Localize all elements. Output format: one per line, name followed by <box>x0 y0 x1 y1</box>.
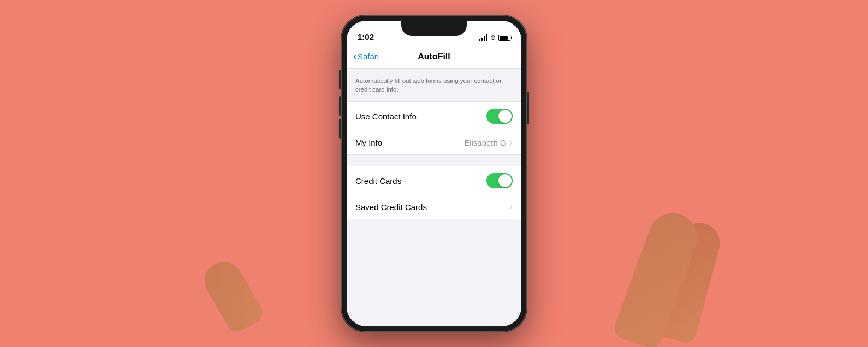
saved-cards-right: › <box>510 202 513 212</box>
my-info-right: Elisabeth G › <box>464 137 513 147</box>
saved-credit-cards-row[interactable]: Saved Credit Cards › <box>347 195 521 219</box>
signal-icon <box>479 34 488 41</box>
battery-icon <box>498 35 510 41</box>
credit-cards-list-group: Credit Cards Saved Credit Cards › <box>347 166 521 219</box>
contact-section: Use Contact Info My Info Elisabeth G › <box>347 101 521 155</box>
my-info-chevron-icon: › <box>510 137 513 147</box>
back-chevron-icon: ‹ <box>353 51 356 61</box>
credit-cards-label: Credit Cards <box>355 176 401 186</box>
page-title: AutoFill <box>418 52 450 62</box>
credit-cards-row[interactable]: Credit Cards <box>347 166 521 195</box>
status-icons: ⊙ <box>479 34 511 41</box>
status-time: 1:02 <box>358 32 374 41</box>
back-button[interactable]: ‹ Safari <box>353 52 379 61</box>
use-contact-info-row[interactable]: Use Contact Info <box>347 102 521 130</box>
credit-cards-section: Credit Cards Saved Credit Cards › <box>347 166 521 219</box>
use-contact-info-label: Use Contact Info <box>355 112 417 121</box>
my-info-label: My Info <box>355 138 382 147</box>
content-area: Automatically fill out web forms using y… <box>347 69 521 326</box>
saved-cards-chevron-icon: › <box>510 202 513 212</box>
notch <box>401 21 467 36</box>
back-label: Safari <box>358 52 379 61</box>
credit-cards-toggle[interactable] <box>486 173 513 188</box>
description-text: Automatically fill out web forms using y… <box>347 69 521 101</box>
wifi-icon: ⊙ <box>490 34 496 41</box>
phone: 1:02 ⊙ ‹ Saf <box>341 15 527 332</box>
my-info-value: Elisabeth G <box>464 138 507 147</box>
use-contact-info-toggle[interactable] <box>486 109 513 124</box>
phone-screen: 1:02 ⊙ ‹ Saf <box>347 21 521 326</box>
saved-credit-cards-label: Saved Credit Cards <box>355 202 427 212</box>
status-bar: 1:02 ⊙ <box>347 21 521 45</box>
toggle-knob <box>498 110 512 123</box>
contact-list-group: Use Contact Info My Info Elisabeth G › <box>347 101 521 155</box>
credit-cards-toggle-knob <box>498 174 512 187</box>
my-info-row[interactable]: My Info Elisabeth G › <box>347 130 521 154</box>
phone-shell: 1:02 ⊙ ‹ Saf <box>341 15 527 332</box>
nav-bar: ‹ Safari AutoFill <box>347 45 521 69</box>
